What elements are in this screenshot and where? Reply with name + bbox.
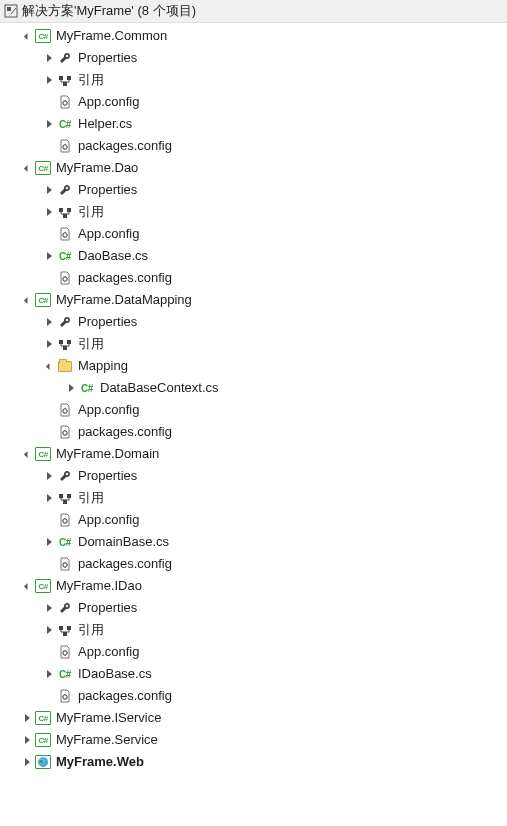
svg-rect-14 — [63, 346, 67, 350]
expander-open-icon[interactable] — [20, 447, 34, 461]
tree-item-label: 引用 — [78, 622, 104, 638]
expander-open-icon[interactable] — [42, 359, 56, 373]
tree-item[interactable]: C#Helper.cs — [0, 113, 507, 135]
tree-item-label: DomainBase.cs — [78, 534, 169, 550]
solution-header: 解决方案'MyFrame' (8 个项目) — [0, 0, 507, 23]
tree-item[interactable]: Properties — [0, 179, 507, 201]
expander-closed-icon[interactable] — [42, 51, 56, 65]
svg-rect-23 — [67, 626, 71, 630]
references-icon — [58, 73, 72, 87]
expander-closed-icon[interactable] — [42, 337, 56, 351]
svg-rect-24 — [63, 632, 67, 636]
solution-explorer-tree[interactable]: C#MyFrame.CommonProperties引用App.configC#… — [0, 23, 507, 775]
expander-closed-icon[interactable] — [20, 733, 34, 747]
config-file-icon — [58, 95, 72, 109]
expander-closed-icon[interactable] — [42, 183, 56, 197]
tree-item[interactable]: 引用 — [0, 69, 507, 91]
expander-closed-icon[interactable] — [42, 535, 56, 549]
tree-item[interactable]: C#MyFrame.DataMapping — [0, 289, 507, 311]
tree-item[interactable]: packages.config — [0, 553, 507, 575]
tree-item[interactable]: 引用 — [0, 487, 507, 509]
tree-item[interactable]: App.config — [0, 91, 507, 113]
csharp-project-icon: C# — [35, 579, 51, 593]
tree-item-label: App.config — [78, 226, 139, 242]
wrench-icon — [58, 51, 72, 65]
svg-rect-13 — [67, 340, 71, 344]
expander-closed-icon[interactable] — [42, 491, 56, 505]
tree-item[interactable]: App.config — [0, 223, 507, 245]
tree-item[interactable]: packages.config — [0, 135, 507, 157]
svg-rect-8 — [67, 208, 71, 212]
solution-icon — [4, 4, 18, 18]
tree-item[interactable]: C#MyFrame.Dao — [0, 157, 507, 179]
tree-item[interactable]: packages.config — [0, 685, 507, 707]
tree-item[interactable]: C#MyFrame.Common — [0, 25, 507, 47]
tree-item[interactable]: 引用 — [0, 201, 507, 223]
tree-item[interactable]: C#DomainBase.cs — [0, 531, 507, 553]
web-project-icon — [35, 755, 51, 769]
expander-closed-icon[interactable] — [42, 623, 56, 637]
tree-item-label: Properties — [78, 50, 137, 66]
folder-icon — [58, 361, 72, 372]
svg-rect-4 — [63, 82, 67, 86]
tree-item[interactable]: C#MyFrame.IService — [0, 707, 507, 729]
tree-item[interactable]: MyFrame.Web — [0, 751, 507, 773]
expander-closed-icon[interactable] — [64, 381, 78, 395]
expander-closed-icon[interactable] — [42, 315, 56, 329]
tree-item[interactable]: 引用 — [0, 333, 507, 355]
expander-open-icon[interactable] — [20, 293, 34, 307]
expander-closed-icon[interactable] — [20, 711, 34, 725]
tree-item[interactable]: C#MyFrame.IDao — [0, 575, 507, 597]
tree-item[interactable]: App.config — [0, 641, 507, 663]
tree-item[interactable]: App.config — [0, 399, 507, 421]
tree-item-label: MyFrame.Dao — [56, 160, 138, 176]
wrench-icon — [58, 601, 72, 615]
tree-item[interactable]: C#DaoBase.cs — [0, 245, 507, 267]
tree-item-label: 引用 — [78, 72, 104, 88]
svg-rect-19 — [63, 500, 67, 504]
csharp-project-icon: C# — [35, 711, 51, 725]
tree-item-label: Properties — [78, 468, 137, 484]
expander-closed-icon[interactable] — [42, 249, 56, 263]
tree-item[interactable]: Properties — [0, 465, 507, 487]
tree-item[interactable]: C#IDaoBase.cs — [0, 663, 507, 685]
expander-closed-icon[interactable] — [42, 469, 56, 483]
tree-item[interactable]: Properties — [0, 597, 507, 619]
tree-item-label: MyFrame.Domain — [56, 446, 159, 462]
config-file-icon — [58, 425, 72, 439]
expander-open-icon[interactable] — [20, 161, 34, 175]
config-file-icon — [58, 689, 72, 703]
tree-item[interactable]: packages.config — [0, 421, 507, 443]
tree-item[interactable]: C#MyFrame.Service — [0, 729, 507, 751]
tree-item[interactable]: Mapping — [0, 355, 507, 377]
expander-closed-icon[interactable] — [20, 755, 34, 769]
csharp-project-icon: C# — [35, 293, 51, 307]
tree-item-label: packages.config — [78, 270, 172, 286]
tree-item-label: App.config — [78, 644, 139, 660]
tree-item-label: App.config — [78, 402, 139, 418]
csharp-project-icon: C# — [35, 161, 51, 175]
tree-item-label: DaoBase.cs — [78, 248, 148, 264]
config-file-icon — [58, 403, 72, 417]
expander-closed-icon[interactable] — [42, 205, 56, 219]
expander-open-icon[interactable] — [20, 579, 34, 593]
tree-item[interactable]: Properties — [0, 47, 507, 69]
tree-item-label: MyFrame.Service — [56, 732, 158, 748]
svg-rect-18 — [67, 494, 71, 498]
expander-closed-icon[interactable] — [42, 117, 56, 131]
tree-item[interactable]: C#DataBaseContext.cs — [0, 377, 507, 399]
tree-item-label: packages.config — [78, 688, 172, 704]
tree-item[interactable]: 引用 — [0, 619, 507, 641]
expander-closed-icon[interactable] — [42, 601, 56, 615]
csharp-file-icon: C# — [59, 537, 71, 548]
config-file-icon — [58, 513, 72, 527]
tree-item[interactable]: C#MyFrame.Domain — [0, 443, 507, 465]
tree-item-label: packages.config — [78, 138, 172, 154]
tree-item[interactable]: App.config — [0, 509, 507, 531]
expander-open-icon[interactable] — [20, 29, 34, 43]
tree-item[interactable]: Properties — [0, 311, 507, 333]
tree-item-label: Properties — [78, 314, 137, 330]
expander-closed-icon[interactable] — [42, 73, 56, 87]
expander-closed-icon[interactable] — [42, 667, 56, 681]
tree-item[interactable]: packages.config — [0, 267, 507, 289]
